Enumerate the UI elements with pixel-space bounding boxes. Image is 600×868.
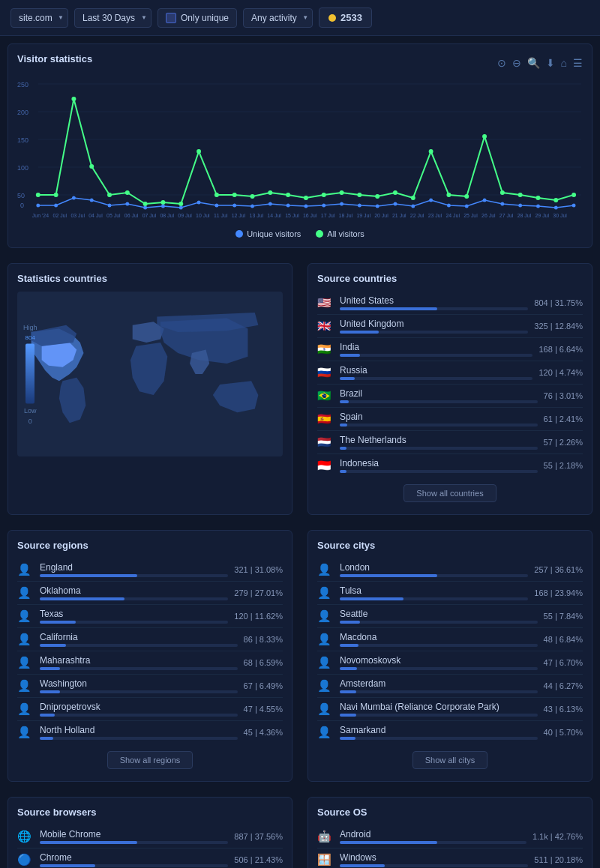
svg-text:16 Jul: 16 Jul [303,213,317,218]
stat-bar [340,597,404,600]
svg-point-29 [357,193,362,197]
svg-point-60 [358,204,362,208]
list-item: 👤 Washington 67 | 6.49% [17,675,283,698]
stat-name-wrap: North Holland [40,725,238,740]
svg-point-32 [411,196,416,200]
stat-bar-wrap [40,597,228,600]
list-item: 👤 California 86 | 8.33% [17,628,283,651]
stat-bar [340,667,357,670]
stat-bar [40,864,95,867]
stat-value: 257 | 36.61% [534,565,583,574]
site-selector[interactable]: site.com [10,8,68,28]
stat-bar-wrap [40,667,238,670]
source-citys-title: Source citys [317,540,583,551]
list-item: 🔵 Chrome 506 | 21.43% [17,849,283,868]
svg-point-46 [108,204,112,208]
svg-point-64 [429,199,433,202]
stat-bar-wrap [340,864,528,867]
stat-bar-wrap [340,400,538,403]
source-browsers-panel: Source browsers 🌐 Mobile Chrome 887 | 37… [8,797,292,868]
toggle-label: Only unique [181,13,229,23]
stat-name: Android [340,829,526,840]
site-selector-wrap[interactable]: site.com [10,8,68,28]
map-scale: High 804 Low 0 [23,324,38,425]
stat-bar [40,714,55,717]
stat-value: 321 | 31.08% [234,565,283,574]
list-item: 🇪🇸 Spain 61 | 2.41% [317,408,583,431]
activity-selector[interactable]: Any activity [243,8,313,28]
stat-name-wrap: England [40,562,228,577]
show-all-citys-button[interactable]: Show all citys [412,751,488,769]
stat-value: 1.1k | 42.76% [532,832,583,841]
svg-point-56 [286,204,290,208]
stat-value: 67 | 6.49% [244,681,283,690]
source-citys-list: 👤 London 257 | 36.61% 👤 Tulsa 168 | 23.9… [317,558,583,744]
svg-point-39 [536,196,540,200]
stat-name-wrap: Brazil [340,388,538,403]
browsers-os-section: Source browsers 🌐 Mobile Chrome 887 | 37… [0,789,600,868]
stat-value: 61 | 2.41% [544,415,583,424]
stat-bar-wrap [40,714,238,717]
period-selector-wrap[interactable]: Last 30 Days [74,8,152,28]
item-icon: 🤖 [317,830,334,843]
svg-point-13 [71,97,76,101]
stat-name: The Netherlands [340,435,538,445]
svg-point-61 [376,205,380,208]
download-icon[interactable]: ⬇ [546,57,555,69]
zoom-out-icon[interactable]: ⊖ [512,57,521,69]
source-browsers-list: 🌐 Mobile Chrome 887 | 37.56% 🔵 Chrome 50… [17,825,283,868]
map-scale-high: High [23,324,38,331]
show-all-countries-button[interactable]: Show all countries [404,484,496,502]
svg-text:27 Jul: 27 Jul [500,213,514,218]
svg-text:29 Jul: 29 Jul [536,213,550,218]
flag-icon: 🇷🇺 [317,366,334,379]
unique-toggle[interactable]: Only unique [158,8,237,28]
svg-point-38 [518,193,523,197]
region-icon: 👤 [17,563,34,576]
list-item: 🪟 Windows 511 | 20.18% [317,849,583,868]
svg-point-42 [36,204,40,208]
svg-point-30 [375,194,380,199]
stat-value: 325 | 12.84% [534,322,583,331]
svg-point-11 [36,193,40,197]
stat-bar-wrap [40,864,228,867]
home-icon[interactable]: ⌂ [561,57,567,69]
menu-icon[interactable]: ☰ [573,57,583,69]
stat-name: Seattle [340,609,538,619]
stat-bar-wrap [340,447,538,450]
show-all-regions-button[interactable]: Show all regions [107,751,194,769]
source-regions-list: 👤 England 321 | 31.08% 👤 Oklahoma 279 | … [17,558,283,744]
stat-value: 76 | 3.01% [544,391,583,400]
svg-point-14 [89,164,94,169]
flag-icon: 🇪🇸 [317,412,334,426]
toggle-checkbox[interactable] [166,13,176,23]
stat-name: California [40,632,238,642]
svg-point-15 [107,193,112,197]
svg-point-24 [268,190,272,195]
stat-value: 47 | 6.70% [544,658,583,667]
svg-text:30 Jul: 30 Jul [553,213,567,218]
svg-text:20 Jul: 20 Jul [374,213,388,218]
search-icon[interactable]: 🔍 [527,57,540,69]
list-item: 👤 Navi Mumbai (Reliance Corporate Park) … [317,698,583,721]
svg-text:0: 0 [20,202,24,209]
source-os-list: 🤖 Android 1.1k | 42.76% 🪟 Windows 511 | … [317,825,583,868]
flag-icon: 🇳🇱 [317,435,334,449]
activity-selector-wrap[interactable]: Any activity [243,8,313,28]
stat-name: Spain [340,412,538,422]
list-item: 🌐 Mobile Chrome 887 | 37.56% [17,825,283,849]
region-icon: 👤 [317,609,334,623]
stat-name-wrap: Spain [340,412,538,427]
svg-text:200: 200 [17,109,28,116]
svg-text:02 Jul: 02 Jul [53,213,68,218]
reset-icon[interactable]: ⊙ [497,57,506,69]
stat-value: 120 | 11.62% [234,612,283,621]
period-selector[interactable]: Last 30 Days [74,8,152,28]
stat-name-wrap: Maharashtra [40,655,238,670]
stat-bar [340,621,360,624]
source-os-panel: Source OS 🤖 Android 1.1k | 42.76% 🪟 Wind… [308,797,592,868]
stat-bar-wrap [40,737,238,740]
source-os-title: Source OS [317,807,583,818]
region-icon: 👤 [317,726,334,739]
stat-bar [40,737,53,740]
